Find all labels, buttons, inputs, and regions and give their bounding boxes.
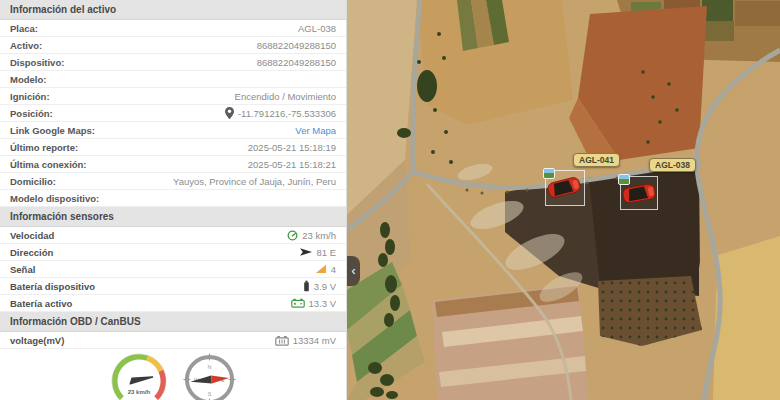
battery-asset-icon (291, 298, 305, 308)
battery-device-icon (303, 280, 310, 292)
asset-info-panel: Información del activo Placa: AGL-038 Ac… (0, 0, 347, 400)
row-posicion: Posición: -11.791216,-75.533306 (0, 105, 346, 122)
row-modelo: Modelo: (0, 71, 346, 88)
car-battery-icon (275, 335, 289, 346)
section-header-sensors: Información sensores (0, 207, 346, 227)
section-header-asset: Información del activo (0, 0, 346, 20)
panel-collapse-button[interactable]: ‹ (347, 256, 360, 286)
marker-label-agl-041[interactable]: AGL-041 (573, 153, 620, 167)
row-velocidad: Velocidad 23 km/h (0, 227, 346, 244)
row-voltage: voltage(mV) 13334 mV (0, 332, 346, 349)
row-domicilio: Domicilio: Yauyos, Province of Jauja, Ju… (0, 173, 346, 190)
row-senal: Señal 4 (0, 261, 346, 278)
marker-status-icon (618, 174, 630, 185)
ver-mapa-link[interactable]: Ver Mapa (295, 125, 336, 136)
marker-status-icon (543, 168, 555, 179)
marker-label-agl-038[interactable]: AGL-038 (649, 158, 696, 172)
gauges-area: 23 km/h Velocidad N S E W (0, 349, 346, 400)
row-activo: Activo: 868822049288150 (0, 37, 346, 54)
tracking-app: Información del activo Placa: AGL-038 Ac… (0, 0, 780, 400)
svg-text:S: S (207, 391, 211, 397)
row-bateria-dispositivo: Batería dispositivo 3.9 V (0, 278, 346, 295)
position-coords: -11.791216,-75.533306 (238, 108, 336, 119)
speedometer-icon (287, 230, 298, 241)
compass-gauge: N S E W Dirección E (182, 352, 237, 400)
row-bateria-activo: Batería activo 13.3 V (0, 295, 346, 312)
direction-arrow-icon (300, 247, 312, 257)
section-header-obd: Información OBD / CanBUS (0, 312, 346, 332)
row-modelo-dispositivo: Modelo dispositivo: (0, 190, 346, 207)
row-ultima-conexion: Última conexión: 2025-05-21 15:18:21 (0, 156, 346, 173)
svg-text:23 km/h: 23 km/h (127, 388, 150, 395)
row-placa: Placa: AGL-038 (0, 20, 346, 37)
speed-gauge-dial: 23 km/h (110, 352, 168, 400)
row-google-maps: Link Google Maps: Ver Mapa (0, 122, 346, 139)
row-ignicion: Ignición: Encendido / Movimiento (0, 88, 346, 105)
signal-icon (315, 264, 327, 274)
compass-dial: N S E W (182, 352, 237, 400)
map-pin-icon (225, 107, 234, 119)
svg-text:N: N (207, 364, 211, 370)
satellite-map[interactable]: ‹ AGL-041 AGL-038 (347, 0, 780, 400)
row-ultimo-reporte: Último reporte: 2025-05-21 15:18:19 (0, 139, 346, 156)
row-dispositivo: Dispositivo: 868822049288150 (0, 54, 346, 71)
row-direccion: Dirección 81 E (0, 244, 346, 261)
speed-gauge: 23 km/h Velocidad (110, 352, 168, 400)
